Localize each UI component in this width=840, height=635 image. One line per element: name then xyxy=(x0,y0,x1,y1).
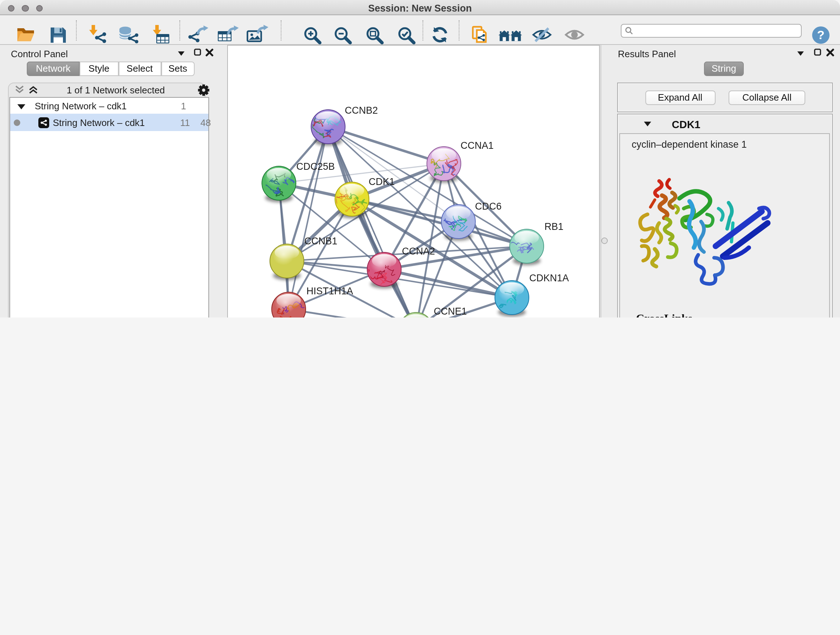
svg-text:CDC6: CDC6 xyxy=(475,201,501,212)
svg-text:HIST1H1A: HIST1H1A xyxy=(306,286,353,296)
svg-text:CDK1: CDK1 xyxy=(368,176,394,187)
svg-text:CCNB2: CCNB2 xyxy=(344,105,378,116)
svg-text:CDC25B: CDC25B xyxy=(296,161,335,172)
svg-text:CCNB1: CCNB1 xyxy=(304,236,337,247)
svg-text:CCNA2: CCNA2 xyxy=(401,246,435,257)
svg-text:CCNE1: CCNE1 xyxy=(433,306,467,317)
svg-text:CDKN1A: CDKN1A xyxy=(529,272,569,283)
svg-text:RB1: RB1 xyxy=(544,221,563,232)
svg-text:CCNA1: CCNA1 xyxy=(460,140,493,151)
svg-text:?: ? xyxy=(817,27,825,41)
